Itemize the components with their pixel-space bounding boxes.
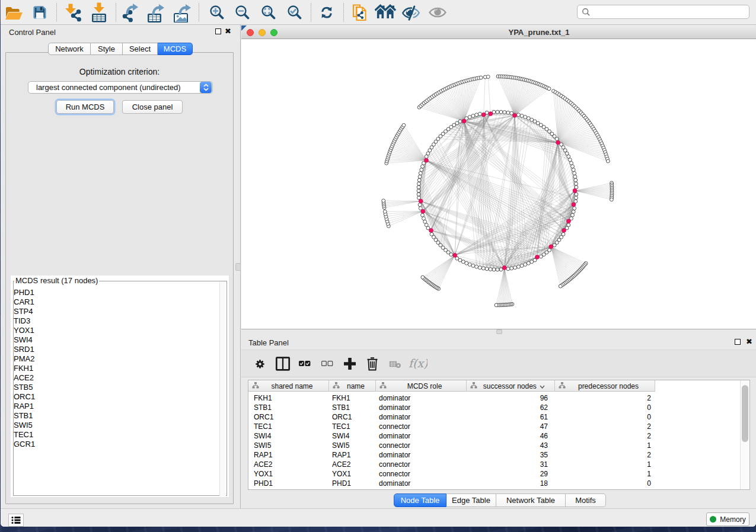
column-header-predecessor-nodes[interactable]: predecessor nodes [555,380,655,392]
zoom-selected-button[interactable] [284,2,304,23]
export-image-button[interactable] [172,2,192,23]
application-window: Control Panel ✖ NetworkStyleSelectMCDS O… [1,0,756,527]
result-node-item[interactable]: CAR1 [14,297,35,307]
result-node-item[interactable]: PHD1 [14,288,35,297]
hide-details-icon [401,3,422,22]
tab-node-table[interactable]: Node Table [394,493,446,507]
column-header-successor-nodes[interactable]: successor nodes [467,380,555,392]
zoom-out-icon [233,4,251,21]
result-node-item[interactable]: RAP1 [14,402,35,411]
shared-column-icon [470,382,477,390]
result-scrollbar[interactable] [219,282,226,496]
tab-motifs[interactable]: Motifs [566,493,606,507]
zoom-out-button[interactable] [232,2,252,23]
select-all-checkboxes-button[interactable] [296,355,313,372]
result-node-item[interactable]: FKH1 [14,364,35,373]
import-table-button[interactable] [89,2,109,23]
cell-successor-nodes: 31 [467,460,555,469]
divider-handle[interactable] [235,263,241,271]
table-row[interactable]: SWI4SWI4dominator462 [248,431,655,441]
search-input[interactable] [594,8,749,16]
unselect-all-checkboxes-button[interactable] [319,355,336,372]
result-node-item[interactable]: STP4 [14,307,35,316]
table-panel: Table Panel ✖ f(x) shared namenameMCDS r… [241,335,756,508]
column-header-name[interactable]: name [329,380,376,392]
network-window-titlebar[interactable]: YPA_prune.txt_1 [241,26,756,39]
export-image-icon [173,2,192,23]
result-node-item[interactable]: GCR1 [14,440,35,449]
select-all-checkboxes-icon [299,361,311,367]
hide-details-button[interactable] [401,2,422,23]
float-icon[interactable] [735,339,741,345]
open-folder-button[interactable] [4,2,24,23]
add-button[interactable] [342,355,358,372]
tab-style[interactable]: Style [91,43,123,55]
memory-button[interactable]: Memory [706,512,749,526]
export-network-button[interactable] [120,2,140,23]
save-button[interactable] [30,2,50,23]
result-node-item[interactable]: STB1 [14,411,35,421]
tab-mcds[interactable]: MCDS [158,43,193,55]
scrollbar-thumb[interactable] [742,385,748,442]
table-row[interactable]: ACE2ACE2connector311 [248,460,655,469]
column-label: predecessor nodes [566,382,655,390]
run-mcds-button[interactable]: Run MCDS [56,100,114,114]
result-node-item[interactable]: TEC1 [14,430,35,440]
table-row[interactable]: PHD1PHD1dominator180 [248,479,655,488]
maximize-traffic-light[interactable] [270,29,277,36]
result-node-item[interactable]: TID3 [14,316,35,326]
close-traffic-light[interactable] [247,29,254,36]
close-icon[interactable]: ✖ [746,337,752,346]
show-details-button[interactable] [428,2,448,23]
delete-button[interactable] [364,355,381,372]
show-details-icon [428,3,448,22]
table-row[interactable]: YOX1YOX1connector291 [248,469,655,479]
columns-button[interactable] [275,355,291,372]
result-node-item[interactable]: STB5 [14,383,35,392]
table-row[interactable]: RAP1RAP1dominator352 [248,450,655,460]
table-scrollbar[interactable] [740,380,749,489]
result-node-item[interactable]: PMA2 [14,354,35,364]
zoom-fit-button[interactable] [258,2,278,23]
table-row[interactable]: ORC1ORC1dominator610 [248,412,655,422]
close-icon[interactable]: ✖ [225,27,231,36]
minimize-traffic-light[interactable] [259,29,266,36]
result-node-item[interactable]: ORC1 [14,392,35,402]
search-box[interactable] [577,5,749,19]
close-panel-button[interactable]: Close panel [122,100,183,114]
gear-button[interactable] [251,355,268,372]
cell-shared-name: ORC1 [248,413,329,421]
table-row[interactable]: STB1STB1dominator620 [248,403,655,412]
result-node-item[interactable]: SWI4 [14,335,35,345]
table-row[interactable]: TEC1TEC1connector472 [248,422,655,431]
tab-select[interactable]: Select [123,43,158,55]
result-node-item[interactable]: YOX1 [14,326,35,335]
network-canvas[interactable] [241,39,756,329]
float-icon[interactable] [215,28,221,34]
columns-icon [275,356,291,371]
optimization-criterion-select[interactable]: largest connected component (undirected) [28,81,213,94]
result-node-item[interactable]: SWI5 [14,421,35,430]
import-network-button[interactable] [63,2,84,23]
result-node-item[interactable]: ACE2 [14,373,35,383]
tab-network-table[interactable]: Network Table [496,493,566,507]
horizontal-splitter-handle[interactable] [496,329,502,334]
tab-edge-table[interactable]: Edge Table [446,493,496,507]
column-header-MCDS-role[interactable]: MCDS role [376,380,467,392]
zoom-in-button[interactable] [206,2,227,23]
table-row[interactable]: FKH1FKH1dominator962 [248,393,655,403]
export-table-button[interactable] [145,2,165,23]
refresh-button[interactable] [317,2,337,23]
task-history-button[interactable] [8,514,24,527]
new-network-from-selection-button[interactable] [375,2,395,23]
result-node-item[interactable]: SRD1 [14,345,35,354]
cell-MCDS-role: connector [376,460,467,469]
svg-text:f(x): f(x) [409,357,428,370]
cell-shared-name: SWI5 [248,441,329,450]
tab-network[interactable]: Network [48,43,91,55]
copy-style-button[interactable] [350,2,370,23]
mcds-result-list[interactable]: PHD1CAR1STP4TID3YOX1SWI4SRD1PMA2FKH1ACE2… [14,288,35,449]
table-row[interactable]: SWI5SWI5connector431 [248,441,655,450]
column-header-shared-name[interactable]: shared name [248,380,329,392]
cell-predecessor-nodes: 1 [555,470,655,478]
